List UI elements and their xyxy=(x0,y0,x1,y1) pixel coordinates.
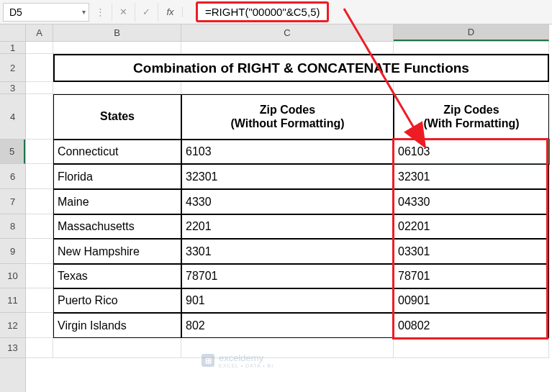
empty-cell[interactable] xyxy=(26,239,53,264)
empty-cell[interactable] xyxy=(53,338,181,358)
empty-cell[interactable] xyxy=(53,82,181,94)
empty-cell[interactable] xyxy=(26,313,53,338)
select-all-corner[interactable] xyxy=(0,24,26,42)
empty-cell[interactable] xyxy=(26,164,53,189)
table-cell-state[interactable]: New Hampshire xyxy=(53,239,181,264)
empty-cell[interactable] xyxy=(181,42,394,54)
row-header-1[interactable]: 1 xyxy=(0,42,25,54)
cells-area[interactable]: Combination of RIGHT & CONCATENATE Funct… xyxy=(26,42,552,358)
col-header-b[interactable]: B xyxy=(53,24,181,41)
table-cell-zip-without[interactable]: 32301 xyxy=(181,164,394,189)
empty-cell[interactable] xyxy=(26,338,53,358)
table-cell-zip-with[interactable]: 00901 xyxy=(394,288,549,313)
row-header-2[interactable]: 2 xyxy=(0,54,25,82)
table-cell-zip-without[interactable]: 3301 xyxy=(181,239,394,264)
table-cell-state[interactable]: Massachusetts xyxy=(53,214,181,239)
col-header-d[interactable]: D xyxy=(394,24,549,41)
table-cell-zip-with[interactable]: 02201 xyxy=(394,214,549,239)
empty-cell[interactable] xyxy=(26,82,53,94)
row-header-9[interactable]: 9 xyxy=(0,239,25,264)
empty-cell[interactable] xyxy=(26,94,53,140)
enter-icon[interactable]: ✓ xyxy=(135,3,158,22)
table-cell-zip-with[interactable]: 03301 xyxy=(394,239,549,264)
table-cell-zip-without[interactable]: 802 xyxy=(181,313,394,338)
row-header-8[interactable]: 8 xyxy=(0,214,25,239)
row-header-7[interactable]: 7 xyxy=(0,189,25,214)
empty-cell[interactable] xyxy=(394,82,549,94)
column-headers: ABCD xyxy=(26,24,549,42)
row-header-12[interactable]: 12 xyxy=(0,313,25,338)
table-cell-state[interactable]: Maine xyxy=(53,189,181,214)
col-header-a[interactable]: A xyxy=(26,24,53,41)
row-header-6[interactable]: 6 xyxy=(0,164,25,189)
name-box[interactable]: D5 ▾ xyxy=(3,3,89,22)
empty-cell[interactable] xyxy=(26,189,53,214)
table-cell-state[interactable]: Virgin Islands xyxy=(53,313,181,338)
table-cell-state[interactable]: Texas xyxy=(53,264,181,288)
row-header-13[interactable]: 13 xyxy=(0,338,25,358)
table-cell-zip-without[interactable]: 901 xyxy=(181,288,394,313)
empty-cell[interactable] xyxy=(53,42,181,54)
table-cell-zip-without[interactable]: 6103 xyxy=(181,140,394,164)
empty-cell[interactable] xyxy=(26,54,53,82)
table-cell-zip-with[interactable]: 78701 xyxy=(394,264,549,288)
row-headers: 12345678910111213 xyxy=(0,42,26,392)
table-cell-zip-without[interactable]: 78701 xyxy=(181,264,394,288)
row-header-11[interactable]: 11 xyxy=(0,288,25,313)
formula-bar: D5 ▾ ⋮ ✕ ✓ fx =RIGHT("00000"&C5,5) xyxy=(0,0,552,24)
formula-input[interactable]: =RIGHT("00000"&C5,5) xyxy=(196,1,329,22)
col-header-c[interactable]: C xyxy=(181,24,394,41)
table-cell-state[interactable]: Florida xyxy=(53,164,181,189)
row-header-4[interactable]: 4 xyxy=(0,94,25,140)
empty-cell[interactable] xyxy=(26,42,53,54)
header-zip-with[interactable]: Zip Codes(With Formatting) xyxy=(394,94,549,140)
cancel-icon[interactable]: ✕ xyxy=(112,3,135,22)
table-cell-zip-without[interactable]: 4330 xyxy=(181,189,394,214)
watermark-logo-icon: ⊞ xyxy=(202,354,214,367)
row-header-10[interactable]: 10 xyxy=(0,264,25,288)
watermark-brand: exceldemy xyxy=(219,352,263,363)
name-box-dropdown-icon[interactable]: ▾ xyxy=(82,8,86,16)
empty-cell[interactable] xyxy=(26,140,53,164)
empty-cell[interactable] xyxy=(394,338,549,358)
row-header-5[interactable]: 5 xyxy=(0,140,25,164)
watermark: ⊞ exceldemy EXCEL • DATA • BI xyxy=(202,352,273,368)
empty-cell[interactable] xyxy=(394,42,549,54)
header-states[interactable]: States xyxy=(53,94,181,140)
watermark-tag: EXCEL • DATA • BI xyxy=(219,363,273,368)
table-cell-zip-with[interactable]: 04330 xyxy=(394,189,549,214)
formula-bar-more-icon: ⋮ xyxy=(89,3,112,22)
empty-cell[interactable] xyxy=(181,82,394,94)
row-header-3[interactable]: 3 xyxy=(0,82,25,94)
fx-label[interactable]: fx xyxy=(158,6,183,17)
page-title[interactable]: Combination of RIGHT & CONCATENATE Funct… xyxy=(53,54,549,82)
table-cell-zip-with[interactable]: 32301 xyxy=(394,164,549,189)
table-cell-state[interactable]: Connecticut xyxy=(53,140,181,164)
empty-cell[interactable] xyxy=(26,264,53,288)
table-cell-zip-with[interactable]: 06103 xyxy=(394,140,549,164)
table-cell-zip-without[interactable]: 2201 xyxy=(181,214,394,239)
name-box-value: D5 xyxy=(9,6,22,18)
empty-cell[interactable] xyxy=(26,288,53,313)
table-cell-state[interactable]: Puerto Rico xyxy=(53,288,181,313)
header-zip-without[interactable]: Zip Codes(Without Formatting) xyxy=(181,94,394,140)
empty-cell[interactable] xyxy=(26,214,53,239)
table-cell-zip-with[interactable]: 00802 xyxy=(394,313,549,338)
